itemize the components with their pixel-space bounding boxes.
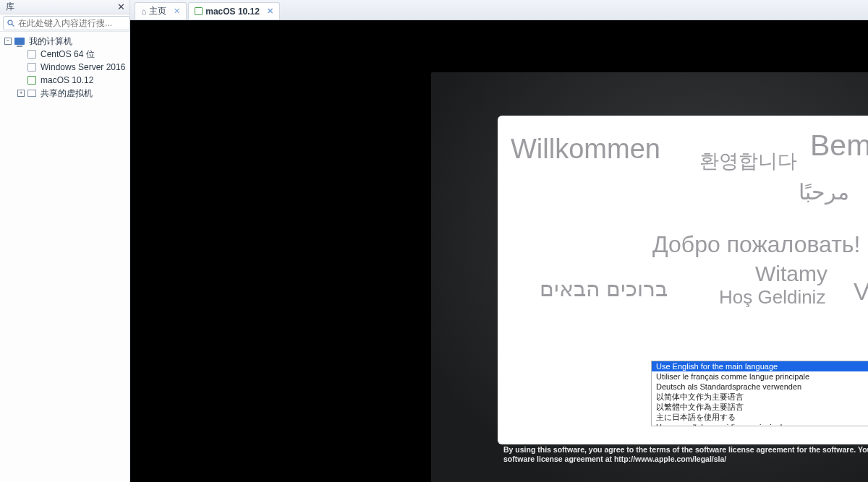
tree-root-label: 我的计算机 <box>29 35 72 47</box>
welcome-word: ברוכים הבאים <box>540 276 668 301</box>
tree-vm-winserver[interactable]: Windows Server 2016 <box>1 61 128 74</box>
tree-vm-centos[interactable]: CentOS 64 位 <box>1 48 128 61</box>
guest-screen: Willkommen환영합니다Bem-vindoمرحبًاДобро пожа… <box>431 72 868 482</box>
tree-root-my-computer[interactable]: − 我的计算机 <box>1 35 128 48</box>
tab-label: macOS 10.12 <box>205 7 260 17</box>
search-box[interactable] <box>3 16 130 30</box>
library-tree: − 我的计算机 CentOS 64 位 Windows Server 2016 … <box>0 32 129 103</box>
app-root: 库 ✕ − 我的计算机 CentOS 64 位 <box>0 0 868 482</box>
welcome-word: Добро пожаловать! <box>652 231 860 258</box>
welcome-word: Velkom <box>854 277 868 306</box>
computer-icon <box>14 38 25 45</box>
shared-host-icon <box>27 90 36 97</box>
expand-icon[interactable]: + <box>17 90 25 97</box>
language-listbox[interactable]: Use English for the main languageUtilise… <box>651 361 868 426</box>
tree-shared-vms[interactable]: + 共享的虚拟机 <box>1 87 128 100</box>
tab-macos[interactable]: macOS 10.12 ✕ <box>188 2 280 20</box>
license-notice: By using this software, you agree to the… <box>498 445 868 464</box>
language-option[interactable]: Utiliser le français comme langue princi… <box>652 371 868 382</box>
language-option[interactable]: 以繁體中文作為主要語言 <box>652 402 868 412</box>
tabbar: ⌂ 主页 ✕ macOS 10.12 ✕ <box>130 0 868 20</box>
welcome-word: 환영합니다 <box>699 148 797 174</box>
close-panel-button[interactable]: ✕ <box>115 1 127 13</box>
language-option[interactable]: Use English for the main language <box>652 361 868 371</box>
language-option[interactable]: Deutsch als Standardsprache verwenden <box>652 382 868 392</box>
library-panel: 库 ✕ − 我的计算机 CentOS 64 位 <box>0 0 130 482</box>
welcome-word: Witamy <box>755 262 827 286</box>
tree-vm-macos[interactable]: macOS 10.12 <box>1 74 128 87</box>
vm-running-icon <box>27 76 36 85</box>
vm-icon <box>195 7 203 15</box>
main-area: ⌂ 主页 ✕ macOS 10.12 ✕ Willkommen환영합니다Bem-… <box>130 0 868 482</box>
tree-shared-label: 共享的虚拟机 <box>41 87 93 99</box>
welcome-word: Hoş Geldiniz <box>719 286 825 309</box>
library-titlebar: 库 ✕ <box>0 0 129 14</box>
search-row <box>0 14 129 32</box>
close-tab-button[interactable]: ✕ <box>267 7 273 16</box>
language-option[interactable]: Usar español como idioma principal <box>652 422 868 426</box>
svg-line-1 <box>12 24 14 26</box>
language-option[interactable]: 主に日本語を使用する <box>652 412 868 422</box>
expand-icon[interactable]: − <box>4 38 12 45</box>
welcome-word: Bem-vindo <box>810 129 868 163</box>
tree-vm-label: Windows Server 2016 <box>41 61 125 73</box>
language-option[interactable]: 以简体中文作为主要语言 <box>652 392 868 402</box>
tab-label: 主页 <box>149 5 166 17</box>
vm-icon <box>27 63 36 72</box>
vm-viewport[interactable]: Willkommen환영합니다Bem-vindoمرحبًاДобро пожа… <box>130 20 868 482</box>
svg-point-0 <box>8 20 12 25</box>
library-title: 库 <box>6 1 14 13</box>
home-icon: ⌂ <box>141 7 146 17</box>
tree-vm-label: macOS 10.12 <box>41 74 93 86</box>
close-tab-button[interactable]: ✕ <box>174 7 180 16</box>
search-icon <box>7 19 15 27</box>
tab-home[interactable]: ⌂ 主页 ✕ <box>135 2 187 20</box>
vm-icon <box>27 50 36 59</box>
search-input[interactable] <box>18 18 127 28</box>
tree-vm-label: CentOS 64 位 <box>41 48 95 60</box>
macos-setup-panel: Willkommen환영합니다Bem-vindoمرحبًاДобро пожа… <box>498 116 868 444</box>
welcome-word: مرحبًا <box>799 179 849 205</box>
welcome-word: Willkommen <box>511 134 660 165</box>
